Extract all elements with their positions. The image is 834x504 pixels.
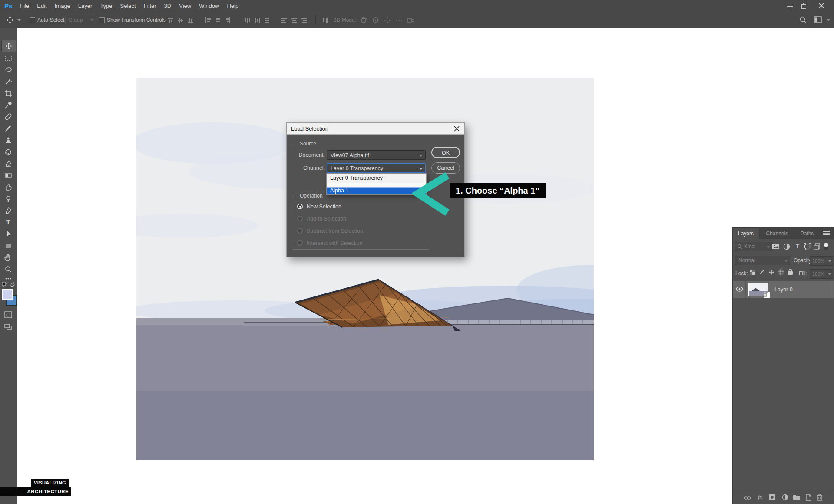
svg-text:T: T <box>796 243 800 250</box>
filter-pixel-layers-icon[interactable] <box>772 243 780 250</box>
delete-layer-trash-icon[interactable] <box>817 494 823 501</box>
search-icon[interactable] <box>799 16 807 24</box>
dropdown-option-alpha1[interactable]: Alpha 1 <box>327 187 426 194</box>
type-tool[interactable]: T <box>1 217 15 228</box>
lock-transparency-icon[interactable] <box>749 269 755 275</box>
panel-menu-icon[interactable] <box>823 231 830 236</box>
quick-mask-icon[interactable] <box>1 309 15 320</box>
minimize-button[interactable] <box>787 3 795 8</box>
auto-select-checkbox[interactable] <box>30 17 35 23</box>
menu-view[interactable]: View <box>175 0 195 12</box>
menu-window[interactable]: Window <box>195 0 223 12</box>
lock-pixels-icon[interactable] <box>759 269 765 275</box>
link-layers-icon[interactable] <box>744 495 751 501</box>
3d-mode-label: 3D Mode: <box>334 12 356 28</box>
layer-style-fx-icon[interactable]: fx <box>758 494 762 501</box>
radio-new-selection[interactable] <box>297 204 303 209</box>
edit-toolbar-ellipsis-icon[interactable] <box>1 275 15 282</box>
menu-3d[interactable]: 3D <box>160 0 175 12</box>
badge-architecture: ARCHITECTURE <box>0 487 71 496</box>
new-group-folder-icon[interactable] <box>793 494 801 500</box>
menu-image[interactable]: Image <box>51 0 74 12</box>
hand-tool[interactable] <box>1 252 15 263</box>
restore-button[interactable] <box>801 3 808 9</box>
swap-colors-icon[interactable] <box>10 282 16 288</box>
lasso-tool[interactable] <box>1 64 15 76</box>
new-layer-icon[interactable] <box>805 494 811 501</box>
lock-artboard-icon[interactable] <box>778 269 784 275</box>
tool-preset-chevron-icon[interactable] <box>17 19 21 21</box>
channel-dropdown[interactable]: Layer 0 Transparency <box>327 163 426 173</box>
eyedropper-tool[interactable] <box>1 99 15 111</box>
align-vertical-centers-icon <box>177 16 184 24</box>
smudge-tool[interactable] <box>1 181 15 193</box>
show-transform-checkbox[interactable] <box>99 17 105 23</box>
fill-chevron-icon <box>826 269 833 279</box>
close-icon[interactable] <box>818 3 825 9</box>
zoom-tool[interactable] <box>1 264 15 275</box>
menu-help[interactable]: Help <box>223 0 242 12</box>
menu-layer[interactable]: Layer <box>74 0 96 12</box>
rectangular-marquee-tool[interactable] <box>1 53 15 64</box>
menu-select[interactable]: Select <box>116 0 140 12</box>
intersect-with-selection-label: Intersect with Selection <box>307 240 363 246</box>
3d-roll-icon <box>371 16 380 24</box>
layer-name[interactable]: Layer 0 <box>774 287 793 293</box>
show-transform-label: Show Transform Controls <box>107 12 165 28</box>
tab-paths[interactable]: Paths <box>795 228 819 239</box>
dodge-tool[interactable] <box>1 193 15 204</box>
layer-thumbnail[interactable] <box>748 283 768 296</box>
crop-tool[interactable] <box>1 88 15 99</box>
layer-row[interactable]: Layer 0 <box>733 281 834 298</box>
dropdown-option-layer0[interactable]: Layer 0 Transparency <box>327 174 426 183</box>
subtract-from-selection-label: Subtract from Selection <box>307 228 363 234</box>
menu-edit[interactable]: Edit <box>33 0 50 12</box>
menu-file[interactable]: File <box>16 0 33 12</box>
clone-stamp-tool[interactable] <box>1 135 15 146</box>
filter-smart-objects-icon[interactable] <box>814 243 821 250</box>
workspace-chevron-icon[interactable] <box>827 19 830 21</box>
brush-tool[interactable] <box>1 123 15 134</box>
opacity-value: 100% <box>810 256 827 266</box>
smart-object-badge-icon <box>764 292 770 298</box>
ok-button[interactable]: OK <box>431 147 460 158</box>
rectangle-tool[interactable] <box>1 240 15 251</box>
radio-subtract-from-selection <box>297 228 303 234</box>
layer-visibility-eye-icon[interactable] <box>736 287 743 292</box>
history-brush-tool[interactable] <box>1 146 15 158</box>
new-adjustment-layer-icon[interactable] <box>782 494 788 501</box>
eraser-tool[interactable] <box>1 158 15 169</box>
align-top-edges-icon <box>167 16 174 24</box>
quick-selection-tool[interactable] <box>1 76 15 87</box>
align-horizontal-centers-icon <box>214 16 222 24</box>
filter-type-layers-icon[interactable]: T <box>794 243 801 250</box>
document-dropdown[interactable]: View07 Alpha.tif <box>327 150 426 160</box>
add-layer-mask-icon[interactable] <box>768 494 776 501</box>
distribute-horizontal-centers-icon <box>291 16 298 24</box>
foreground-color-swatch[interactable] <box>2 289 13 300</box>
workspace-switcher-icon[interactable] <box>814 16 822 23</box>
move-tool[interactable] <box>1 40 16 52</box>
operation-legend: Operation <box>298 193 325 199</box>
gradient-tool[interactable] <box>1 170 15 181</box>
tools-panel: T <box>0 28 17 504</box>
layers-bottom-bar: fx <box>733 492 834 504</box>
screen-mode-icon[interactable] <box>1 321 15 333</box>
filter-adjustment-layers-icon[interactable] <box>783 243 790 250</box>
lock-position-icon[interactable] <box>768 269 774 275</box>
tab-channels[interactable]: Channels <box>761 228 793 239</box>
tab-layers[interactable]: Layers <box>733 228 759 239</box>
filter-toggle-icon[interactable] <box>824 242 829 251</box>
filter-shape-layers-icon[interactable] <box>804 243 811 250</box>
path-selection-tool[interactable] <box>1 228 15 240</box>
lock-all-icon[interactable] <box>788 269 793 275</box>
menu-filter[interactable]: Filter <box>140 0 160 12</box>
spot-healing-brush-tool[interactable] <box>1 111 15 122</box>
tutorial-step-label: 1. Choose “Alpha 1” <box>450 183 546 198</box>
options-bar: Auto-Select: Group Show Transform Contro… <box>0 12 834 28</box>
dialog-title-bar[interactable]: Load Selection <box>287 123 464 135</box>
default-colors-icon[interactable] <box>2 282 8 288</box>
dialog-close-icon[interactable] <box>453 125 460 132</box>
menu-type[interactable]: Type <box>96 0 116 12</box>
pen-tool[interactable] <box>1 205 15 216</box>
